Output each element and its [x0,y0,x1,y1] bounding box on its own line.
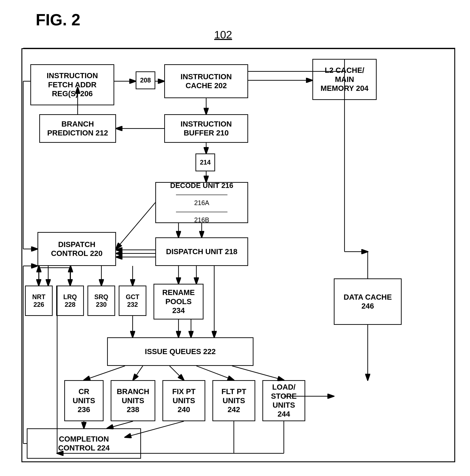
svg-line-20 [116,203,155,249]
diagram: FIG. 2 102 INSTRUCTION FETCH ADDR REG(S)… [0,0,470,476]
svg-line-42 [170,366,184,380]
svg-line-43 [196,366,234,380]
svg-line-44 [232,366,284,380]
svg-line-46 [107,421,133,428]
svg-line-40 [84,366,125,380]
svg-line-41 [133,366,143,380]
arrows-svg [0,0,470,476]
svg-line-47 [125,421,184,437]
